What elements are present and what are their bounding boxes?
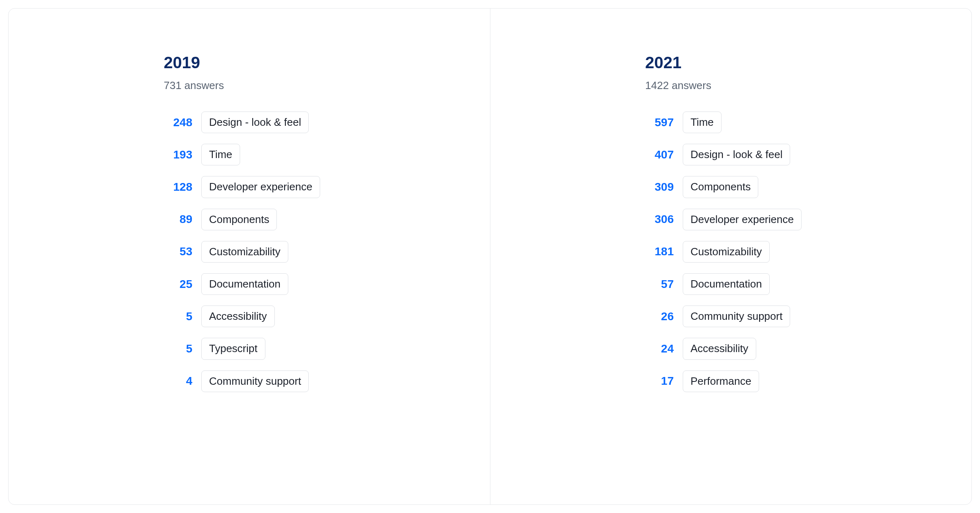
item-label: Customizability — [683, 241, 770, 263]
item-label: Customizability — [201, 241, 288, 263]
list-item: 5 Typescript — [164, 338, 490, 359]
list-item: 24 Accessibility — [645, 338, 971, 359]
panel-2021: 2021 1422 answers 597 Time 407 Design - … — [490, 9, 971, 504]
item-label: Components — [683, 176, 758, 198]
answers-subtitle: 731 answers — [164, 79, 490, 92]
item-count: 5 — [164, 342, 192, 355]
list-item: 57 Documentation — [645, 273, 971, 295]
list-item: 53 Customizability — [164, 241, 490, 263]
item-label: Design - look & feel — [201, 112, 309, 133]
comparison-card: 2019 731 answers 248 Design - look & fee… — [8, 8, 972, 505]
item-count: 17 — [645, 375, 674, 388]
list-item: 309 Components — [645, 176, 971, 198]
item-count: 89 — [164, 213, 192, 226]
vertical-divider — [490, 9, 490, 504]
list-item: 407 Design - look & feel — [645, 144, 971, 165]
item-label: Documentation — [683, 273, 770, 295]
item-label: Time — [683, 112, 722, 133]
item-count: 128 — [164, 181, 192, 194]
panel-2019: 2019 731 answers 248 Design - look & fee… — [9, 9, 490, 504]
list-item: 4 Community support — [164, 370, 490, 392]
list-item: 25 Documentation — [164, 273, 490, 295]
item-label: Accessibility — [683, 338, 756, 359]
item-label: Typescript — [201, 338, 265, 359]
item-label: Community support — [201, 370, 309, 392]
item-label: Design - look & feel — [683, 144, 790, 165]
item-label: Components — [201, 209, 277, 230]
list-item: 181 Customizability — [645, 241, 971, 263]
answers-subtitle: 1422 answers — [645, 79, 971, 92]
item-label: Community support — [683, 306, 790, 327]
list-item: 128 Developer experience — [164, 176, 490, 198]
item-label: Performance — [683, 370, 759, 392]
list-item: 597 Time — [645, 112, 971, 133]
item-label: Developer experience — [201, 176, 320, 198]
item-count: 306 — [645, 213, 674, 226]
year-title: 2021 — [645, 54, 971, 72]
list-item: 306 Developer experience — [645, 209, 971, 230]
list-item: 17 Performance — [645, 370, 971, 392]
item-label: Developer experience — [683, 209, 802, 230]
item-count: 309 — [645, 181, 674, 194]
list-item: 193 Time — [164, 144, 490, 165]
list-item: 248 Design - look & feel — [164, 112, 490, 133]
item-count: 248 — [164, 116, 192, 129]
list-item: 26 Community support — [645, 306, 971, 327]
item-count: 4 — [164, 375, 192, 388]
list-item: 89 Components — [164, 209, 490, 230]
item-count: 407 — [645, 148, 674, 161]
item-count: 24 — [645, 342, 674, 355]
item-count: 597 — [645, 116, 674, 129]
item-count: 181 — [645, 245, 674, 258]
item-count: 193 — [164, 148, 192, 161]
item-count: 26 — [645, 310, 674, 323]
year-title: 2019 — [164, 54, 490, 72]
list-item: 5 Accessibility — [164, 306, 490, 327]
item-count: 5 — [164, 310, 192, 323]
item-label: Time — [201, 144, 240, 165]
item-label: Documentation — [201, 273, 288, 295]
item-count: 25 — [164, 278, 192, 291]
item-count: 53 — [164, 245, 192, 258]
item-count: 57 — [645, 278, 674, 291]
item-label: Accessibility — [201, 306, 275, 327]
